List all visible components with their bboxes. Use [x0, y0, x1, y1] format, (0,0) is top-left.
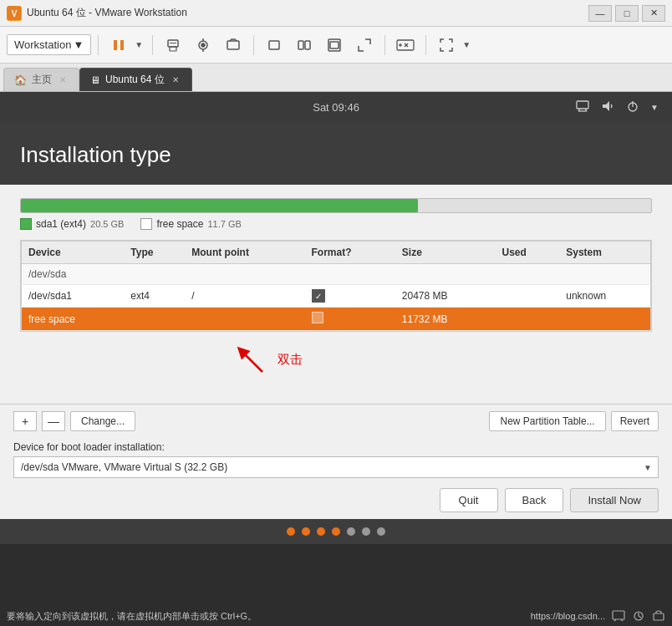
- dev-sda1: /dev/sda1: [22, 285, 125, 308]
- annotation-area: 双击: [20, 332, 652, 390]
- installation-title: Installation type: [20, 142, 652, 168]
- dev-sda1-mount: /: [185, 285, 304, 308]
- partition-buttons: + — Change... New Partition Table... Rev…: [13, 411, 659, 431]
- progress-section: sda1 (ext4) 20.5 GB free space 11.7 GB: [20, 198, 652, 230]
- legend-free-name: free space: [156, 218, 203, 230]
- svg-rect-2: [114, 40, 117, 50]
- toolbar-separator-4: [384, 35, 385, 55]
- power-icon: [625, 99, 640, 116]
- toolbar-separator-3: [253, 35, 254, 55]
- table-row: /dev/sda: [22, 264, 651, 285]
- revert-button[interactable]: Revert: [611, 411, 659, 431]
- snapshot-button[interactable]: [190, 33, 216, 57]
- double-click-label: 双击: [277, 352, 303, 368]
- add-partition-button[interactable]: +: [13, 411, 37, 431]
- legend-free: free space 11.7 GB: [140, 218, 241, 230]
- vm-size-button[interactable]: [261, 33, 288, 57]
- tab-ubuntu[interactable]: 🖥 Ubuntu 64 位 ✕: [79, 68, 192, 91]
- dot-4: [332, 527, 340, 536]
- volume-icon: [600, 99, 615, 116]
- tab-ubuntu-label: Ubuntu 64 位: [105, 73, 165, 87]
- status-bar-right: https://blog.csdn...: [531, 609, 665, 623]
- vm-split-button[interactable]: [291, 33, 318, 57]
- dot-7: [377, 527, 385, 536]
- svg-rect-31: [613, 611, 624, 619]
- col-device: Device: [22, 242, 125, 264]
- dot-6: [362, 527, 370, 536]
- svg-rect-22: [577, 101, 588, 109]
- vm-fullscreen-button[interactable]: [321, 33, 348, 57]
- pause-button[interactable]: [105, 33, 132, 57]
- col-mount: Mount point: [185, 242, 304, 264]
- pause-group: ▼: [105, 33, 145, 57]
- table-row[interactable]: free space 11732 MB: [22, 308, 651, 331]
- col-size: Size: [395, 242, 496, 264]
- tab-ubuntu-close[interactable]: ✕: [170, 74, 181, 86]
- workstation-menu[interactable]: Workstation ▼: [7, 34, 91, 55]
- legend-sda1-name: sda1 (ext4): [36, 218, 86, 230]
- dot-3: [317, 527, 325, 536]
- toolbar-separator-5: [425, 35, 426, 55]
- close-button[interactable]: ✕: [642, 5, 665, 22]
- svg-line-30: [242, 351, 262, 372]
- dev-sda1-system: unknown: [559, 285, 650, 308]
- col-system: System: [559, 242, 650, 264]
- toolbar: Workstation ▼ ▼: [0, 27, 672, 64]
- svg-line-36: [639, 616, 641, 618]
- remove-partition-button[interactable]: —: [42, 411, 65, 431]
- red-arrow-svg: [229, 338, 271, 380]
- fullscreen-button[interactable]: [433, 33, 460, 57]
- status-url: https://blog.csdn...: [531, 611, 605, 621]
- dot-5: [347, 527, 355, 536]
- back-button[interactable]: Back: [505, 488, 564, 512]
- ubuntu-installer: Installation type sda1 (ext4) 20.5 GB: [0, 122, 672, 519]
- legend-free-size: 11.7 GB: [207, 219, 241, 229]
- svg-rect-37: [654, 613, 664, 620]
- partition-legend: sda1 (ext4) 20.5 GB free space 11.7 GB: [20, 218, 652, 230]
- dev-sda: /dev/sda: [22, 264, 125, 285]
- partition-table: Device Type Mount point Format? Size Use…: [21, 241, 651, 331]
- svg-text:V: V: [12, 9, 18, 18]
- dot-2: [302, 527, 310, 536]
- svg-rect-11: [227, 41, 239, 49]
- install-now-button[interactable]: Install Now: [570, 488, 659, 512]
- arrow-container: 双击: [229, 338, 303, 380]
- maximize-button[interactable]: □: [615, 5, 639, 22]
- vm-resize-button[interactable]: [351, 33, 378, 57]
- tab-bar: 🏠 主页 ✕ 🖥 Ubuntu 64 位 ✕: [0, 64, 672, 92]
- tab-home-close[interactable]: ✕: [57, 74, 69, 86]
- change-partition-button[interactable]: Change...: [70, 411, 135, 431]
- progress-fill: [21, 199, 418, 212]
- free-space-label: free space: [22, 308, 125, 331]
- status-bar: 要将输入定向到该虚拟机，请在虚拟机内部单击或按 Ctrl+G。 https://…: [0, 606, 672, 626]
- svg-rect-14: [305, 41, 310, 49]
- boot-loader-select[interactable]: /dev/sda VMware, VMware Virtual S (32.2 …: [13, 456, 659, 478]
- dots-bar: [0, 519, 672, 544]
- svg-rect-16: [330, 42, 339, 48]
- power-arrow: ▼: [650, 103, 659, 112]
- svg-rect-12: [269, 41, 279, 49]
- window-title: Ubuntu 64 位 - VMware Workstation: [27, 6, 187, 20]
- ctrl-alt-button[interactable]: [392, 33, 419, 57]
- dev-sda1-size: 20478 MB: [395, 285, 496, 308]
- dot-1: [287, 527, 295, 536]
- snapshot2-button[interactable]: [220, 33, 247, 57]
- partition-table-section: Device Type Mount point Format? Size Use…: [20, 240, 652, 332]
- bottom-controls: + — Change... New Partition Table... Rev…: [0, 404, 672, 519]
- installer-body: sda1 (ext4) 20.5 GB free space 11.7 GB D: [0, 185, 672, 404]
- fullscreen-arrow-button[interactable]: ▼: [460, 33, 473, 57]
- svg-rect-13: [298, 41, 303, 49]
- menu-arrow-icon: ▼: [73, 38, 84, 51]
- toolbar-separator-1: [98, 35, 99, 55]
- vm-icon-2: [632, 609, 645, 623]
- tab-home[interactable]: 🏠 主页 ✕: [3, 68, 79, 91]
- quit-button[interactable]: Quit: [440, 488, 498, 512]
- new-partition-table-button[interactable]: New Partition Table...: [489, 411, 605, 431]
- pause-arrow-button[interactable]: ▼: [132, 33, 145, 57]
- minimize-button[interactable]: —: [588, 5, 612, 22]
- print-button[interactable]: [160, 33, 186, 57]
- boot-loader-select-wrapper[interactable]: /dev/sda VMware, VMware Virtual S (32.2 …: [13, 456, 659, 478]
- vm-topbar: Sat 09:46: [0, 92, 672, 122]
- vm-screen[interactable]: Sat 09:46: [0, 92, 672, 544]
- svg-rect-6: [170, 43, 176, 43]
